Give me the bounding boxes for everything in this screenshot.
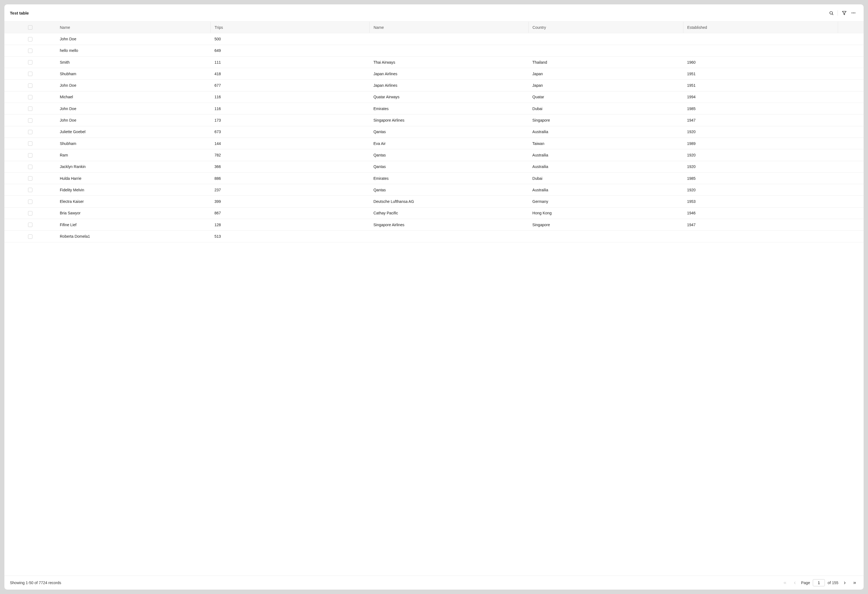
table-row: Electra Kaiser399Deutsche Lufthansa AGGe… — [4, 196, 864, 207]
record-count: Showing 1-50 of 7724 records — [10, 581, 61, 585]
column-header-spacer — [838, 22, 864, 33]
table-head: Name Trips Name Country Established — [4, 22, 864, 33]
cell-trips: 173 — [211, 115, 370, 126]
last-page-button[interactable] — [851, 579, 858, 586]
column-header-trips[interactable]: Trips — [211, 22, 370, 33]
row-checkbox[interactable] — [28, 211, 32, 215]
cell-airline: Qantas — [369, 126, 528, 137]
cell-airline: Japan Airlines — [369, 80, 528, 91]
cell-trips: 513 — [211, 231, 370, 242]
header-actions — [827, 8, 858, 18]
more-horizontal-icon — [851, 10, 856, 15]
select-all-checkbox[interactable] — [28, 25, 32, 29]
next-page-button[interactable] — [841, 579, 848, 586]
filter-icon — [842, 11, 847, 15]
cell-name: Smith — [56, 56, 211, 68]
row-checkbox[interactable] — [28, 176, 32, 181]
cell-spacer — [838, 33, 864, 45]
cell-airline: Emirates — [369, 103, 528, 115]
cell-established: 1985 — [683, 172, 838, 184]
cell-country: Thailand — [528, 56, 683, 68]
row-checkbox[interactable] — [28, 234, 32, 239]
cell-established: 1960 — [683, 56, 838, 68]
cell-country — [528, 45, 683, 56]
row-checkbox[interactable] — [28, 141, 32, 146]
first-page-button[interactable] — [781, 579, 788, 586]
cell-name: Ram — [56, 149, 211, 161]
cell-trips: 867 — [211, 207, 370, 219]
row-checkbox-cell — [4, 219, 56, 231]
table-row: Bria Sawyor867Cathay PacificHong Kong194… — [4, 207, 864, 219]
table-footer: Showing 1-50 of 7724 records Page of 155 — [4, 576, 864, 590]
row-checkbox-cell — [4, 33, 56, 45]
card-title: Test table — [10, 11, 29, 15]
column-header-country[interactable]: Country — [528, 22, 683, 33]
row-checkbox[interactable] — [28, 118, 32, 123]
column-header-established[interactable]: Established — [683, 22, 838, 33]
search-button[interactable] — [827, 8, 836, 18]
row-checkbox-cell — [4, 91, 56, 103]
cell-trips: 886 — [211, 172, 370, 184]
row-checkbox[interactable] — [28, 72, 32, 76]
table-scroll[interactable]: Name Trips Name Country Established John… — [4, 21, 864, 576]
table-row: John Doe116EmiratesDubai1985 — [4, 103, 864, 115]
cell-established: 1953 — [683, 196, 838, 207]
row-checkbox[interactable] — [28, 49, 32, 53]
cell-name: Hulda Harrie — [56, 172, 211, 184]
row-checkbox[interactable] — [28, 106, 32, 111]
cell-name: Fidelity Melvin — [56, 184, 211, 196]
cell-country: Hong Kong — [528, 207, 683, 219]
cell-spacer — [838, 231, 864, 242]
cell-name: Fifine Lief — [56, 219, 211, 231]
page-input[interactable] — [813, 579, 825, 586]
row-checkbox[interactable] — [28, 95, 32, 99]
more-button[interactable] — [849, 8, 858, 18]
row-checkbox[interactable] — [28, 223, 32, 227]
page-total: of 155 — [828, 581, 838, 585]
cell-airline — [369, 33, 528, 45]
row-checkbox[interactable] — [28, 130, 32, 134]
row-checkbox-cell — [4, 207, 56, 219]
chevron-right-icon — [843, 581, 847, 585]
cell-airline: Qantas — [369, 161, 528, 172]
row-checkbox[interactable] — [28, 188, 32, 192]
svg-point-3 — [852, 13, 852, 13]
cell-country: Japan — [528, 68, 683, 80]
cell-spacer — [838, 126, 864, 137]
cell-established: 1920 — [683, 126, 838, 137]
chevrons-right-icon — [853, 581, 857, 585]
filter-button[interactable] — [840, 8, 849, 18]
cell-established: 1951 — [683, 68, 838, 80]
row-checkbox[interactable] — [28, 199, 32, 204]
cell-trips: 128 — [211, 219, 370, 231]
cell-spacer — [838, 91, 864, 103]
row-checkbox[interactable] — [28, 84, 32, 88]
row-checkbox[interactable] — [28, 165, 32, 169]
cell-airline: Qantas — [369, 184, 528, 196]
table-row: Roberta Domela1513 — [4, 231, 864, 242]
cell-established: 1985 — [683, 103, 838, 115]
column-header-name[interactable]: Name — [56, 22, 211, 33]
table-row: John Doe500 — [4, 33, 864, 45]
cell-spacer — [838, 137, 864, 149]
cell-trips: 366 — [211, 161, 370, 172]
cell-country: Austrailia — [528, 161, 683, 172]
page-label: Page — [801, 581, 810, 585]
row-checkbox-cell — [4, 149, 56, 161]
row-checkbox[interactable] — [28, 60, 32, 65]
header-divider — [837, 10, 838, 16]
cell-country — [528, 231, 683, 242]
cell-country: Austrailia — [528, 149, 683, 161]
cell-trips: 111 — [211, 56, 370, 68]
prev-page-button[interactable] — [791, 579, 798, 586]
cell-established: 1989 — [683, 137, 838, 149]
row-checkbox[interactable] — [28, 153, 32, 158]
column-header-airline[interactable]: Name — [369, 22, 528, 33]
cell-country: Germany — [528, 196, 683, 207]
row-checkbox-cell — [4, 45, 56, 56]
row-checkbox[interactable] — [28, 37, 32, 41]
row-checkbox-cell — [4, 80, 56, 91]
cell-airline: Cathay Pacific — [369, 207, 528, 219]
cell-established: 1920 — [683, 149, 838, 161]
cell-trips: 677 — [211, 80, 370, 91]
